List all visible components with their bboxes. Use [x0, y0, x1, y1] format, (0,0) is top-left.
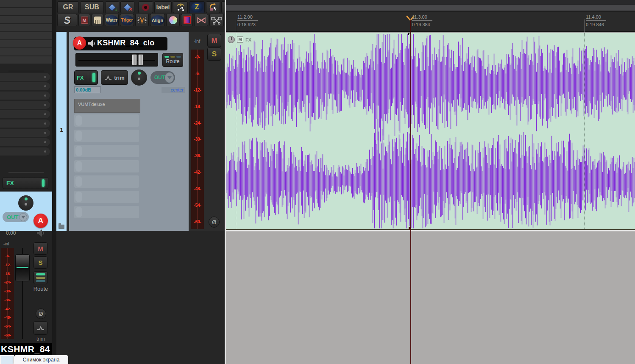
fx-slot-empty[interactable] [74, 191, 139, 203]
stretch-markers-button[interactable] [135, 14, 149, 26]
mixer-insert-row[interactable] [0, 0, 52, 7]
edit-cursor[interactable] [410, 20, 411, 364]
zoom-tool-button[interactable]: Z [189, 1, 205, 13]
mcp-volume-fader[interactable] [15, 254, 30, 281]
meter-tick: -60- [194, 220, 201, 224]
mcp-volume-value[interactable]: 0.00 [6, 230, 16, 236]
align-plugin-button[interactable]: Align [150, 14, 165, 26]
fx-enabled-led[interactable] [42, 179, 45, 187]
media-item[interactable]: M FX [226, 33, 635, 229]
tcp-trim-button[interactable]: trim [101, 70, 128, 85]
tcp-solo-button[interactable]: S [207, 47, 221, 61]
tcp-track-name[interactable]: KSHMR_84_clo [97, 39, 155, 47]
mixer-insert-row[interactable] [0, 16, 52, 23]
track-bottom-edge[interactable] [226, 229, 635, 231]
label-button[interactable]: label [154, 1, 172, 13]
m-tool-button[interactable]: M [78, 14, 90, 26]
add-envelope-point-button[interactable]: + [105, 1, 119, 13]
timeline-ruler[interactable]: 11.2.000:18.92311.3.000:19.38411.4.000:1… [226, 12, 635, 32]
mcp-pan-knob[interactable] [18, 195, 33, 211]
screenshot-thumbnail[interactable] [0, 355, 14, 364]
toolbar-gr-button[interactable]: GR [57, 1, 79, 13]
mixer-send-row[interactable] [0, 92, 50, 100]
fx-slot-empty[interactable] [74, 145, 139, 157]
tcp-route-button[interactable]: Route [162, 53, 183, 67]
mixer-insert-row[interactable] [0, 24, 52, 31]
mixer-send-row[interactable] [0, 82, 50, 90]
folder-icon[interactable] [58, 225, 64, 229]
open-cycle-button[interactable]: OpeCycl [221, 1, 225, 13]
drag-edit-button[interactable] [206, 1, 220, 13]
tcp-volume-value[interactable]: 0.00dB [74, 86, 101, 93]
meter-tick: -24- [194, 121, 201, 125]
tcp-pan-knob[interactable] [131, 69, 147, 86]
tcp-mute-button[interactable]: M [207, 34, 221, 47]
midi-editor-button[interactable] [92, 14, 103, 26]
record-button[interactable] [138, 1, 153, 13]
delete-envelope-point-button[interactable]: ✕ [120, 1, 134, 13]
mcp-out-button[interactable]: OUT [3, 212, 29, 222]
remove-envelope-button[interactable] [194, 14, 208, 26]
screenshot-label[interactable]: Снимок экрана [14, 355, 68, 364]
item-fx-button[interactable]: FX [245, 37, 251, 42]
tcp-phase-button[interactable]: Ø [209, 217, 220, 228]
mixer-insert-row[interactable] [0, 48, 52, 56]
fx-slot-vumtdeluxe[interactable]: VUMTdeluxe [74, 99, 140, 113]
item-volume-knob[interactable] [228, 36, 235, 43]
mcp-fx-button[interactable]: FX [3, 177, 48, 189]
mcp-solo-label: S [38, 259, 42, 266]
fx-slot-empty[interactable] [74, 175, 139, 188]
tcp-volume-fader[interactable] [75, 53, 158, 67]
track-color-strip[interactable]: 1 [56, 32, 68, 231]
tcp-record-arm-button[interactable]: A [73, 36, 86, 50]
water-plugin-button[interactable]: Water [105, 14, 119, 26]
mixer-insert-row[interactable] [0, 40, 52, 47]
mixer-insert-row[interactable] [0, 8, 52, 15]
razor-edit-button[interactable] [209, 14, 224, 26]
out-dropdown[interactable] [19, 213, 27, 221]
fx-slot-empty[interactable] [74, 206, 139, 218]
mcp-track-name[interactable]: KSHMR_84 [0, 343, 55, 355]
tcp-pan-value[interactable]: center [162, 87, 185, 93]
fader-handle[interactable] [132, 54, 143, 65]
empty-track-list-area[interactable] [56, 231, 225, 364]
item-header: M FX [228, 36, 251, 43]
mixer-send-row[interactable] [0, 101, 50, 109]
send-dot [44, 141, 46, 143]
mcp-trim-button[interactable] [33, 321, 47, 335]
mixer-send-row[interactable] [0, 129, 50, 137]
mcp-record-arm-button[interactable]: A [33, 214, 48, 228]
color-picker-button[interactable] [166, 14, 180, 26]
horizontal-scrollbar[interactable] [226, 0, 635, 12]
tcp-fx-button[interactable]: FX [74, 70, 98, 85]
screenshot-notification[interactable]: Снимок экрана [0, 355, 68, 364]
out-dropdown[interactable] [165, 72, 174, 83]
mcp-solo-button[interactable]: S [33, 256, 47, 269]
tcp-out-button[interactable]: OUT [150, 71, 175, 84]
mixer-send-row[interactable] [0, 73, 50, 81]
mcp-mute-button[interactable]: M [33, 242, 47, 255]
tcp-solo-label: S [212, 50, 217, 58]
toolbar-sub-button[interactable]: SUB [80, 1, 104, 13]
mixer-send-row[interactable] [0, 119, 50, 128]
item-mute-button[interactable]: M [237, 36, 243, 43]
mixer-send-row[interactable] [0, 147, 50, 156]
fx-slot-empty[interactable] [74, 160, 139, 172]
scrollbar-thumb[interactable] [226, 4, 635, 11]
s-tool-button[interactable]: S [57, 14, 77, 26]
spectral-button[interactable] [181, 14, 193, 26]
mixer-send-row[interactable] [0, 110, 50, 118]
fader-line [17, 267, 28, 268]
fx-slot-empty[interactable] [74, 130, 139, 142]
fx-enabled-led[interactable] [92, 73, 95, 82]
align-oval-icon: Align [151, 15, 164, 25]
mcp-route-button[interactable] [33, 271, 47, 284]
mcp-phase-button[interactable]: Ø [36, 308, 46, 319]
record-monitor-icon[interactable] [88, 40, 96, 47]
fx-slot-empty[interactable] [74, 114, 139, 127]
mixer-insert-row[interactable] [0, 32, 52, 39]
triger-plugin-button[interactable]: Triger [120, 14, 134, 26]
mixer-insert-row[interactable] [0, 56, 52, 64]
eye-nodes-button[interactable] [173, 1, 188, 13]
mixer-send-row[interactable] [0, 138, 50, 146]
